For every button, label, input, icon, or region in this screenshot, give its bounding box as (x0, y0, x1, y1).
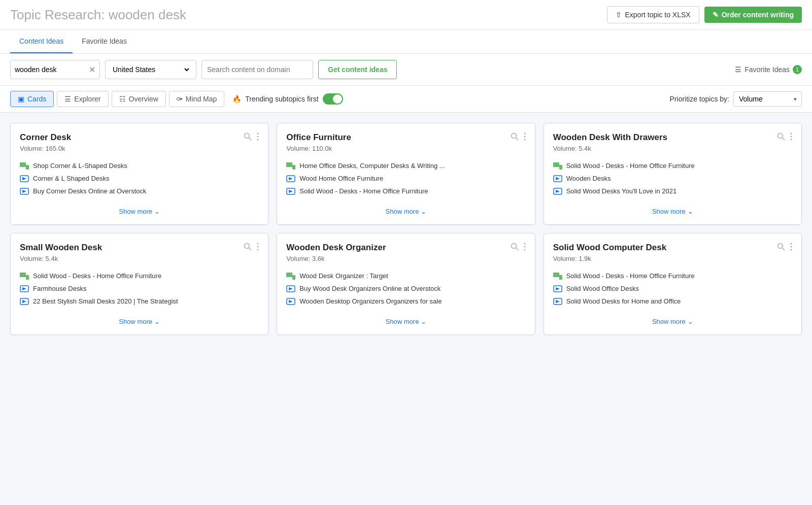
card-header: Solid Wood Computer Desk (553, 243, 792, 253)
domain-search-input[interactable] (201, 60, 313, 79)
card-item: Shop Corner & L-Shaped Desks (20, 159, 259, 172)
card-search-button[interactable] (511, 132, 519, 143)
card-search-button[interactable] (777, 243, 785, 253)
green-flag-icon (20, 273, 29, 280)
chevron-down-icon: ⌄ (154, 318, 160, 325)
card-search-button[interactable] (511, 243, 519, 253)
favorite-badge: 1 (793, 65, 802, 74)
card-item: Solid Wood - Desks - Home Office Furnitu… (286, 185, 525, 197)
toolbar: ✕ United States United Kingdom Canada Au… (0, 54, 812, 86)
card-more-button[interactable] (790, 132, 792, 143)
mindmap-icon: ⚩ (177, 95, 183, 103)
keyword-input[interactable] (15, 65, 86, 74)
favorite-ideas-link[interactable]: ☰ Favorite Ideas 1 (735, 65, 802, 74)
show-more-link[interactable]: Show more ⌄ (286, 205, 525, 215)
card-search-button[interactable] (777, 132, 785, 143)
svg-marker-39 (22, 300, 26, 303)
card-search-button[interactable] (244, 132, 252, 143)
list-icon: ☰ (735, 65, 741, 74)
svg-marker-57 (556, 287, 560, 290)
svg-point-3 (257, 136, 259, 138)
svg-point-13 (524, 136, 525, 138)
cards-icon: ▣ (18, 95, 24, 103)
svg-point-2 (257, 133, 259, 134)
show-more-link[interactable]: Show more ⌄ (553, 205, 792, 215)
card-more-button[interactable] (524, 132, 526, 143)
keyword-search-wrap: ✕ (10, 60, 100, 79)
card-item: Wood Desk Organizer : Target (286, 270, 525, 282)
show-more-link[interactable]: Show more ⌄ (20, 315, 259, 325)
tabs-bar: Content Ideas Favorite Ideas (0, 30, 812, 54)
blue-arrow-icon (553, 298, 562, 305)
svg-marker-19 (289, 190, 293, 193)
svg-line-21 (783, 138, 785, 141)
card-items: Shop Corner & L-Shaped Desks Corner & L … (20, 159, 259, 197)
view-cards-button[interactable]: ▣ Cards (10, 91, 54, 107)
svg-point-34 (257, 249, 259, 251)
prioritize-wrap: Prioritize topics by: Volume Efficiency … (670, 91, 802, 107)
card-item: Solid Wood Office Desks (553, 282, 792, 295)
card-search-button[interactable] (244, 243, 252, 253)
chevron-down-icon: ⌄ (421, 208, 426, 215)
page-title: Topic Research: wooden desk (10, 7, 186, 23)
card-header: Office Furniture (286, 132, 525, 143)
card-more-button[interactable] (257, 243, 259, 253)
card-items: Solid Wood - Desks - Home Office Furnitu… (553, 270, 792, 308)
card-item: Solid Wood Desks for Home and Office (553, 295, 792, 308)
view-bar: ▣ Cards ☰ Explorer ☷ Overview ⚩ Mind Map… (0, 86, 812, 113)
card-actions (244, 243, 259, 253)
flame-icon: 🔥 (232, 95, 241, 103)
card-volume: Volume: 165.0k (20, 145, 259, 152)
card-item: Solid Wood - Desks - Home Office Furnitu… (20, 270, 259, 282)
country-select-wrap: United States United Kingdom Canada Aust… (105, 60, 196, 79)
card-more-button[interactable] (790, 243, 792, 253)
card-more-button[interactable] (257, 132, 259, 143)
blue-arrow-icon (286, 188, 295, 195)
svg-marker-27 (556, 177, 560, 180)
svg-line-31 (249, 248, 252, 251)
show-more-link[interactable]: Show more ⌄ (286, 315, 525, 325)
svg-point-24 (791, 139, 792, 141)
card-items: Home Office Desks, Computer Desks & Writ… (286, 159, 525, 197)
overview-icon: ☷ (119, 95, 126, 103)
svg-point-54 (791, 249, 792, 251)
svg-marker-35 (20, 273, 29, 280)
tab-content-ideas[interactable]: Content Ideas (10, 30, 73, 53)
clear-icon[interactable]: ✕ (89, 65, 95, 75)
svg-point-20 (778, 133, 783, 139)
view-overview-button[interactable]: ☷ Overview (112, 91, 166, 107)
order-writing-button[interactable]: ✎ Order content writing (704, 7, 802, 23)
export-button[interactable]: ⇧ Export topic to XLSX (607, 6, 699, 23)
blue-arrow-icon (553, 285, 562, 292)
card-more-button[interactable] (524, 243, 526, 253)
card-volume: Volume: 1.9k (553, 255, 792, 262)
svg-point-52 (791, 243, 792, 245)
svg-marker-47 (289, 287, 293, 290)
prioritize-select[interactable]: Volume Efficiency Topic Efficiency (733, 91, 802, 107)
svg-point-14 (524, 139, 525, 141)
svg-marker-9 (22, 190, 26, 193)
get-content-ideas-button[interactable]: Get content ideas (318, 60, 397, 79)
top-bar: Topic Research: wooden desk ⇧ Export top… (0, 0, 812, 30)
view-explorer-button[interactable]: ☰ Explorer (57, 91, 108, 107)
export-icon: ⇧ (616, 11, 622, 19)
svg-marker-17 (289, 177, 293, 180)
trending-toggle[interactable] (323, 93, 343, 105)
card-items: Wood Desk Organizer : Target Buy Wood De… (286, 270, 525, 308)
card-title: Office Furniture (286, 132, 351, 143)
svg-point-12 (524, 133, 525, 134)
tab-favorite-ideas[interactable]: Favorite Ideas (73, 30, 136, 53)
card-corner-desk: Corner Desk Volume: 165.0k Shop Corner &… (10, 123, 268, 225)
view-mindmap-button[interactable]: ⚩ Mind Map (169, 91, 224, 107)
svg-point-50 (778, 244, 783, 249)
country-select[interactable]: United States United Kingdom Canada Aust… (111, 65, 191, 74)
svg-line-51 (783, 248, 785, 251)
show-more-link[interactable]: Show more ⌄ (20, 205, 259, 215)
svg-marker-49 (289, 300, 293, 303)
chevron-down-icon: ⌄ (421, 318, 426, 325)
blue-arrow-icon (20, 285, 29, 292)
chevron-down-icon: ⌄ (688, 318, 693, 325)
show-more-link[interactable]: Show more ⌄ (553, 315, 792, 325)
card-item: Farmhouse Desks (20, 282, 259, 295)
card-actions (511, 132, 526, 143)
